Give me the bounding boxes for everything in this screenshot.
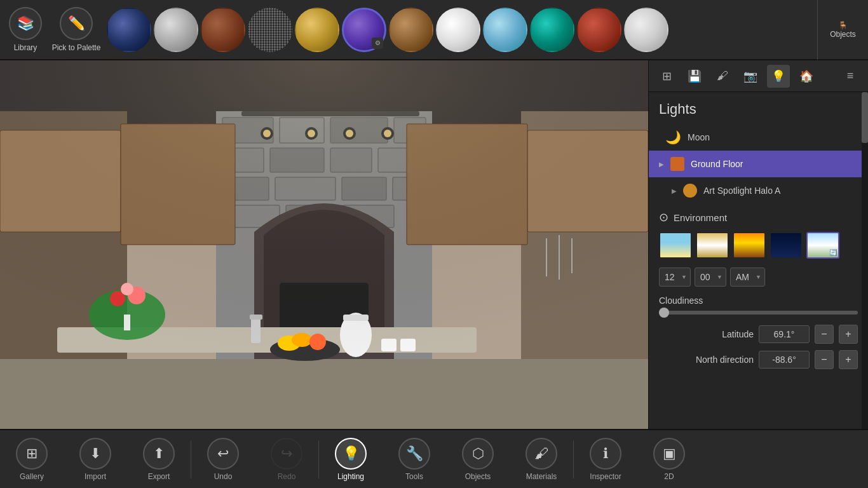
env-thumb-noon[interactable] [696,232,729,259]
import-tool[interactable]: ⬇ Import [64,430,127,488]
lighting-label: Lighting [337,472,364,481]
cloudiness-thumb[interactable] [659,308,669,318]
redo-label: Redo [278,472,296,481]
latitude-row: Latitude − + [659,325,858,344]
2d-tool[interactable]: ▣ 2D [637,430,701,488]
paint-icon-btn[interactable]: 🖌 [711,65,734,88]
inspector-icon: ℹ [590,438,621,470]
materials-tool[interactable]: 🖌 Materials [510,430,573,488]
save-icon-btn[interactable]: 💾 [683,65,706,88]
tools-icon: 🔧 [398,438,430,470]
scrollbar-track [862,92,868,461]
objects-tool[interactable]: ⬡ Objects [446,430,510,488]
objects-label: Objects [830,30,856,39]
library-label: Library [14,43,37,52]
north-label: North direction [659,355,754,365]
latitude-input[interactable] [759,325,810,343]
objects-icon: 🪑 [838,21,848,30]
list-icon-btn[interactable]: ≡ [839,65,862,88]
palette-ball-8[interactable] [436,8,480,52]
palette-ball-7[interactable] [389,8,433,52]
env-dawn-preview [660,233,691,257]
north-input[interactable] [759,351,810,369]
palette-ball-9[interactable] [483,8,527,52]
inspector-label: Inspector [590,472,621,481]
lighting-icon: 💡 [335,438,367,470]
materials-label: Materials [526,472,557,481]
objects-button[interactable]: 🪑 Objects [817,0,868,60]
palette-ball-1[interactable] [107,8,151,52]
north-direction-row: North direction − + [659,350,858,369]
cloudiness-label: Cloudiness [659,295,858,306]
pick-icon: ✏️ [60,7,93,40]
lighting-tool[interactable]: 💡 Lighting [319,430,383,488]
undo-icon: ↩ [207,438,239,470]
lights-panel: Lights 🌙 Moon ▶ Ground Floor ▶ Art Spotl… [649,92,868,429]
undo-tool[interactable]: ↩ Undo [191,430,255,488]
light-item-art-spotlight[interactable]: ▶ Art Spotlight Halo A [649,177,868,204]
hour-select[interactable]: 1234 5678 9101112 [659,268,691,287]
cloudiness-slider[interactable] [659,311,858,315]
ampm-select-wrap: AMPM [730,268,765,287]
palette-ball-5[interactable] [295,8,339,52]
2d-label: 2D [664,472,674,481]
lighting-icon-btn[interactable]: 💡 [767,65,790,88]
environment-thumbnails [659,232,858,259]
moon-icon: 🌙 [665,130,681,145]
latitude-minus-btn[interactable]: − [815,325,834,344]
palette-ball-4[interactable] [248,8,292,52]
env-night-preview [771,233,801,257]
viewport[interactable] [0,60,648,429]
export-icon: ⬆ [143,438,175,470]
ground-expand: ▶ [659,161,664,168]
2d-icon: ▣ [653,438,685,470]
minute-select-wrap: 00153045 [695,268,726,287]
floor-plan-icon-btn[interactable]: ⊞ [655,65,678,88]
export-tool[interactable]: ⬆ Export [127,430,191,488]
north-plus-btn[interactable]: + [839,350,858,369]
palette-ball-6[interactable]: ⚙ [342,8,386,52]
svg-rect-56 [0,60,648,429]
latitude-label: Latitude [659,329,754,339]
gallery-icon: ⊞ [16,438,48,470]
palette-ball-11[interactable] [577,8,621,52]
north-minus-btn[interactable]: − [815,350,834,369]
environment-section: ⊙ Environment [649,204,868,382]
ampm-select[interactable]: AMPM [730,268,765,287]
light-item-ground-floor[interactable]: ▶ Ground Floor [649,151,868,177]
env-thumb-dusk[interactable] [733,232,766,259]
ground-floor-icon [670,157,684,171]
redo-tool[interactable]: ↪ Redo [255,430,318,488]
environment-header[interactable]: ⊙ Environment [659,210,858,224]
palette-ball-2[interactable] [154,8,198,52]
library-button[interactable]: 📚 Library [0,0,51,60]
minute-select[interactable]: 00153045 [695,268,726,287]
env-thumb-night[interactable] [770,232,803,259]
kitchen-scene [0,60,648,429]
env-thumb-custom[interactable] [806,232,839,259]
env-custom-preview [808,233,838,257]
gallery-label: Gallery [20,472,44,481]
env-label: Environment [674,212,727,223]
tools-tool[interactable]: 🔧 Tools [383,430,446,488]
camera-icon-btn[interactable]: 📷 [739,65,762,88]
undo-label: Undo [214,472,233,481]
material-palette: ⚙ [102,8,817,52]
gallery-tool[interactable]: ⊞ Gallery [0,430,64,488]
inspector-tool[interactable]: ℹ Inspector [574,430,637,488]
home-icon-btn[interactable]: 🏠 [795,65,818,88]
latitude-plus-btn[interactable]: + [839,325,858,344]
scrollbar-thumb[interactable] [862,92,868,143]
redo-icon: ↪ [271,438,302,470]
palette-ball-3[interactable] [201,8,245,52]
ground-floor-label: Ground Floor [691,159,743,169]
env-thumb-dawn[interactable] [659,232,692,259]
objects-icon: ⬡ [462,438,494,470]
pick-to-palette-button[interactable]: ✏️ Pick to Palette [51,0,102,60]
light-item-moon[interactable]: 🌙 Moon [649,124,868,151]
moon-label: Moon [688,132,710,142]
panel-header: ⊞ 💾 🖌 📷 💡 🏠 ≡ [649,60,868,92]
bottom-toolbar: ⊞ Gallery ⬇ Import ⬆ Export ↩ Undo ↪ Red… [0,429,868,488]
palette-ball-10[interactable] [530,8,574,52]
palette-ball-12[interactable] [624,8,668,52]
